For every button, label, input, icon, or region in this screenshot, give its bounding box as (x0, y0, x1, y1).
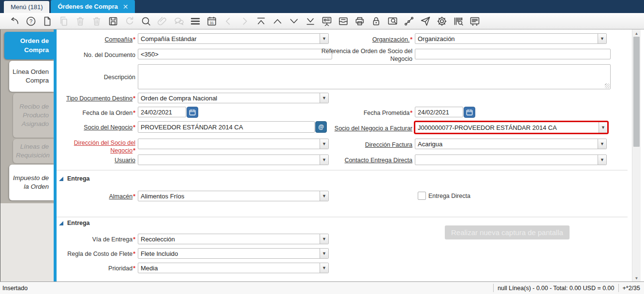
save-icon[interactable] (107, 15, 119, 27)
new-record-icon[interactable] (42, 15, 53, 27)
print-icon[interactable] (354, 15, 366, 27)
sidebar-tab-lineas-requisicion: Líneas de Requisición (13, 139, 54, 163)
compania-combo[interactable]: Compañía Estándar▼ (138, 33, 329, 44)
help-icon[interactable]: ? (25, 15, 37, 27)
dropdown-arrow-icon[interactable]: ▼ (320, 249, 328, 258)
usuario-label[interactable]: Usuario (63, 156, 135, 164)
contacto-entrega-combo[interactable]: ▼ (415, 154, 607, 165)
socio-negocio-label[interactable]: Socio del Negocio* (63, 124, 135, 131)
socio-negocio-input[interactable]: PROVEEDOR ESTÁNDAR 2014 CA (138, 121, 315, 133)
socio-facturar-combo[interactable]: J000000077-PROVEEDOR ESTÁNDAR 2014 CA▼ (415, 122, 608, 133)
chat-icon (173, 15, 185, 27)
direccion-socio-label[interactable]: Dirección del Socio del Negocio* (63, 139, 135, 155)
refresh-icon (124, 15, 135, 27)
send-mail-icon[interactable] (420, 15, 431, 27)
prioridad-label: Prioridad* (63, 265, 135, 272)
referencia-label: Referencia de Orden de Socio del Negocio (318, 47, 412, 63)
usuario-combo[interactable]: ▼ (138, 154, 329, 165)
fecha-orden-input[interactable]: 24/02/2021 (138, 107, 186, 117)
organizacion-combo[interactable]: Organización▼ (415, 33, 607, 44)
via-entrega-combo[interactable]: Recolección▼ (138, 234, 329, 244)
last-record-icon[interactable] (305, 15, 316, 27)
entrega-directa-checkbox[interactable] (418, 192, 426, 200)
scrollbar-thumb[interactable] (633, 37, 640, 147)
previous-record-icon[interactable] (272, 15, 283, 27)
svg-text:31: 31 (210, 20, 214, 25)
sidebar-tab-linea-orden-compra[interactable]: Línea Orden Compra (9, 61, 54, 92)
section-divider (57, 217, 628, 217)
toggle-grid-icon[interactable] (190, 15, 201, 27)
dropdown-arrow-icon[interactable]: ▼ (320, 234, 328, 244)
zoom-across-icon[interactable] (387, 15, 398, 27)
close-icon[interactable]: ✕ (123, 3, 129, 10)
ignore-changes-icon[interactable] (9, 15, 20, 27)
first-record-icon[interactable] (255, 15, 267, 27)
dropdown-arrow-icon[interactable]: ▼ (598, 34, 606, 43)
toolbar: ?31 (0, 13, 644, 29)
workflow-icon[interactable] (403, 15, 415, 27)
almacen-combo[interactable]: Alimentos Fríos▼ (138, 191, 329, 201)
tab-menu[interactable]: Menú (181) (4, 1, 49, 13)
record-indicator[interactable]: +*2/35 (623, 285, 644, 292)
no-documento-input[interactable]: <350> (138, 49, 332, 59)
tab-ordenes-de-compra[interactable]: Órdenes de Compra ✕ (51, 0, 135, 13)
regla-flete-label: Regla de Costo de Flete* (58, 250, 135, 258)
dropdown-arrow-icon[interactable]: ▼ (599, 122, 607, 133)
sidebar-tab-impuesto-orden[interactable]: Impuesto de la Orden (9, 165, 54, 200)
tab-ordenes-label: Órdenes de Compra (58, 3, 117, 10)
find-icon[interactable] (140, 15, 152, 27)
prioridad-combo[interactable]: Media▼ (138, 263, 329, 273)
tab-menu-label: Menú (181) (11, 3, 43, 11)
detail-tab-column: Orden de Compra Línea Orden Compra Recib… (0, 29, 54, 282)
organizacion-label[interactable]: Organización.* (318, 36, 412, 43)
dropdown-arrow-icon[interactable]: ▼ (320, 263, 328, 273)
direccion-factura-combo[interactable]: Acarigua▼ (415, 139, 607, 149)
status-separator (493, 284, 494, 292)
descripcion-textarea[interactable] (138, 64, 611, 89)
detail-record-icon (239, 15, 250, 27)
entrega-section-header: Entrega (67, 220, 90, 226)
screenshot-overlay-button[interactable]: Realizar nueva captura de pantalla (445, 225, 570, 239)
compania-label[interactable]: Compañía* (63, 36, 135, 43)
almacen-label[interactable]: Almacén* (63, 193, 135, 200)
scroll-down-icon[interactable]: ▼ (632, 275, 641, 281)
dropdown-arrow-icon[interactable]: ▼ (598, 139, 606, 149)
purchase-order-window: Menú (181) Órdenes de Compra ✕ ?31 Orden… (0, 0, 644, 294)
tipo-documento-combo[interactable]: Orden de Compra Nacional▼ (138, 93, 329, 103)
report-icon[interactable] (321, 15, 333, 27)
next-record-icon[interactable] (288, 15, 300, 27)
dropdown-arrow-icon[interactable]: ▼ (320, 191, 328, 201)
sidebar-tab-recibo-producto: Recibo de Producto Asignado (13, 93, 54, 138)
via-entrega-label: Vía de Entrega* (63, 236, 135, 243)
status-bar: Insertado null Línea(s) - 0.00 - Total: … (0, 282, 644, 294)
dropdown-arrow-icon[interactable]: ▼ (320, 93, 328, 103)
contacto-entrega-label[interactable]: Contacto Entrega Directa (318, 156, 412, 164)
entrega-section-header: Entrega (67, 175, 90, 182)
attachment-icon (157, 15, 168, 27)
svg-text:?: ? (29, 18, 32, 24)
tipo-documento-label[interactable]: Tipo Documento Destino* (58, 95, 135, 102)
referencia-input[interactable] (415, 49, 611, 59)
product-info-icon[interactable] (453, 15, 464, 27)
scroll-up-icon[interactable]: ▲ (632, 30, 641, 37)
resize-grip-icon[interactable] (605, 84, 610, 88)
calendar-requests-icon[interactable]: 31 (206, 15, 218, 27)
fecha-prometida-calendar-button[interactable] (464, 107, 475, 118)
fecha-prometida-input[interactable]: 24/02/2021 (415, 107, 463, 117)
status-message: Insertado (0, 285, 28, 292)
fecha-orden-calendar-button[interactable] (187, 107, 198, 118)
descripcion-label: Descripción (63, 73, 135, 81)
direccion-factura-label[interactable]: Dirección Factura (318, 141, 412, 149)
direccion-socio-combo[interactable]: ▼ (138, 139, 329, 149)
process-icon[interactable] (436, 15, 448, 27)
lock-icon[interactable] (370, 15, 382, 27)
regla-flete-combo[interactable]: Flete Incluido▼ (138, 248, 329, 259)
sidebar-tab-orden-de-compra[interactable]: Orden de Compra (4, 32, 54, 59)
archive-icon[interactable] (337, 15, 349, 27)
totals-text: null Línea(s) - 0.00 - Total: 0.00 USD =… (498, 285, 614, 292)
window-customization-icon[interactable] (469, 15, 481, 27)
vertical-scrollbar[interactable]: ▲ ▼ (632, 29, 641, 282)
socio-facturar-label[interactable]: Socio del Negocio a Facturar (318, 125, 412, 132)
window-tab-bar: Menú (181) Órdenes de Compra ✕ (0, 0, 644, 13)
dropdown-arrow-icon[interactable]: ▼ (598, 155, 606, 165)
